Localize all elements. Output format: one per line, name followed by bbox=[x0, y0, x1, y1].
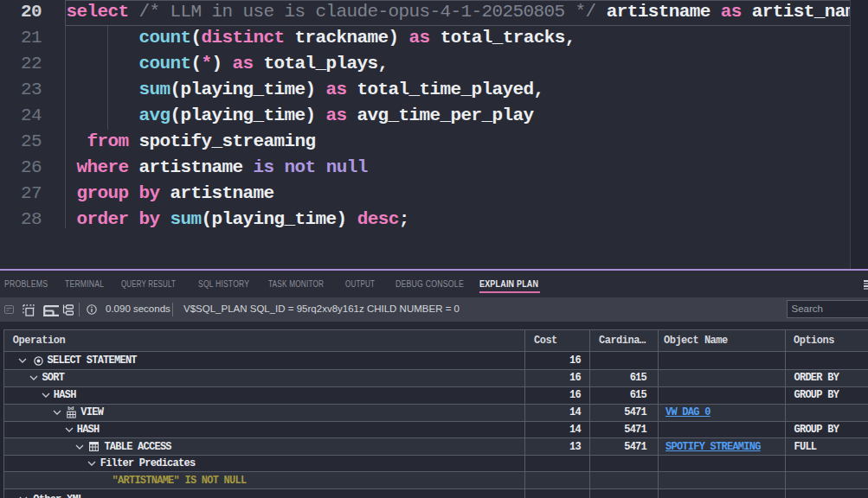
svg-text:bd: bd bbox=[68, 405, 74, 412]
